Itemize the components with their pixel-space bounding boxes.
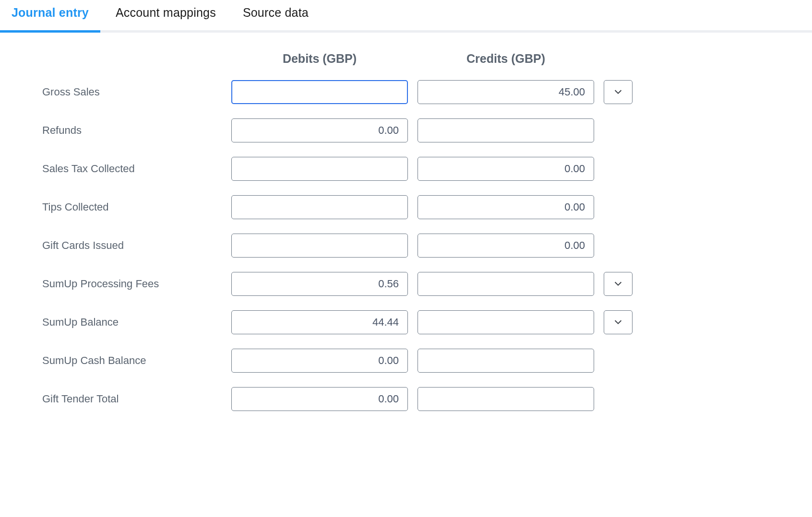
chevron-down-icon (613, 317, 623, 329)
row-label-gift-cards-issued: Gift Cards Issued (42, 239, 222, 252)
credit-input-sales-tax-collected[interactable] (418, 157, 594, 181)
chevron-down-icon (613, 86, 623, 98)
row-label-sumup-balance: SumUp Balance (42, 316, 222, 329)
expand-button-sumup-processing-fees[interactable] (604, 272, 633, 296)
header-spacer (42, 59, 222, 59)
expand-placeholder-sales-tax-collected (604, 157, 633, 181)
expand-button-sumup-balance[interactable] (604, 310, 633, 334)
debit-input-tips-collected[interactable] (231, 195, 408, 219)
tab-journal-entry[interactable]: Journal entry (12, 6, 89, 30)
column-header-credits: Credits (GBP) (418, 52, 594, 66)
credit-input-sumup-balance[interactable] (418, 310, 594, 334)
chevron-down-icon (613, 278, 623, 290)
debit-input-sales-tax-collected[interactable] (231, 157, 408, 181)
debit-input-refunds[interactable] (231, 118, 408, 142)
credit-input-sumup-cash-balance[interactable] (418, 349, 594, 373)
header-spacer-actions (604, 59, 634, 59)
journal-grid: Debits (GBP) Credits (GBP) Gross Sales R… (42, 52, 793, 411)
expand-placeholder-gift-tender-total (604, 387, 633, 411)
row-label-tips-collected: Tips Collected (42, 201, 222, 213)
credit-input-gift-cards-issued[interactable] (418, 234, 594, 258)
row-label-sumup-processing-fees: SumUp Processing Fees (42, 278, 222, 290)
row-label-gift-tender-total: Gift Tender Total (42, 393, 222, 405)
credit-input-gross-sales[interactable] (418, 80, 594, 104)
credit-input-tips-collected[interactable] (418, 195, 594, 219)
expand-placeholder-tips-collected (604, 195, 633, 219)
debit-input-gift-cards-issued[interactable] (231, 234, 408, 258)
debit-input-gift-tender-total[interactable] (231, 387, 408, 411)
tabs: Journal entry Account mappings Source da… (0, 0, 812, 33)
row-label-sales-tax-collected: Sales Tax Collected (42, 163, 222, 175)
tab-source-data[interactable]: Source data (243, 6, 309, 30)
column-header-debits: Debits (GBP) (231, 52, 408, 66)
expand-placeholder-sumup-cash-balance (604, 349, 633, 373)
debit-input-sumup-processing-fees[interactable] (231, 272, 408, 296)
row-label-gross-sales: Gross Sales (42, 86, 222, 98)
debit-input-sumup-balance[interactable] (231, 310, 408, 334)
expand-placeholder-gift-cards-issued (604, 234, 633, 258)
credit-input-sumup-processing-fees[interactable] (418, 272, 594, 296)
tab-account-mappings[interactable]: Account mappings (116, 6, 216, 30)
debit-input-gross-sales[interactable] (231, 80, 408, 104)
debit-input-sumup-cash-balance[interactable] (231, 349, 408, 373)
expand-placeholder-refunds (604, 118, 633, 142)
row-label-refunds: Refunds (42, 124, 222, 137)
row-label-sumup-cash-balance: SumUp Cash Balance (42, 354, 222, 367)
credit-input-gift-tender-total[interactable] (418, 387, 594, 411)
expand-button-gross-sales[interactable] (604, 80, 633, 104)
credit-input-refunds[interactable] (418, 118, 594, 142)
journal-entry-panel: Debits (GBP) Credits (GBP) Gross Sales R… (0, 33, 812, 430)
